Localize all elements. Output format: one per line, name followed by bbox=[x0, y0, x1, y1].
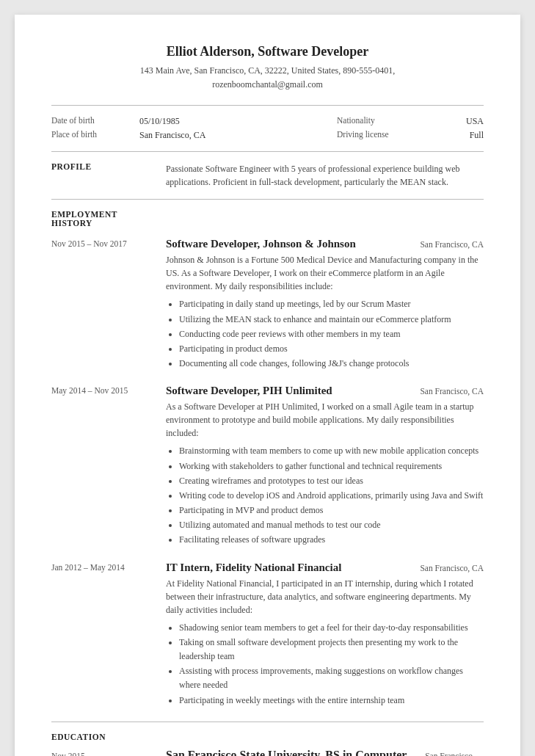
list-item: Taking on small software development pro… bbox=[179, 636, 484, 664]
job-3-bullets: Shadowing senior team members to get a f… bbox=[166, 621, 484, 708]
list-item: Participating in daily stand up meetings… bbox=[179, 297, 484, 311]
job-1-title: Software Developer, Johnson & Johnson bbox=[166, 238, 356, 250]
nationality-label: Nationality bbox=[337, 116, 425, 127]
resume-header: Elliot Alderson, Software Developer 143 … bbox=[51, 44, 484, 92]
job-2-title: Software Developer, PIH Unlimited bbox=[166, 385, 332, 397]
list-item: Brainstorming with team members to come … bbox=[179, 444, 484, 458]
candidate-email: rozenboomchantal@gmail.com bbox=[51, 78, 484, 92]
list-item: Participating in MVP and product demos bbox=[179, 504, 484, 517]
job-1-header: Software Developer, Johnson & Johnson Sa… bbox=[166, 238, 484, 250]
job-2-bullets: Brainstorming with team members to come … bbox=[166, 444, 484, 547]
license-label: Driving license bbox=[337, 130, 425, 141]
pob-label: Place of birth bbox=[51, 130, 139, 141]
candidate-address: 143 Main Ave, San Francisco, CA, 32222, … bbox=[51, 64, 484, 78]
list-item: Documenting all code changes, following … bbox=[179, 357, 484, 371]
job-3-location: San Francisco, CA bbox=[420, 564, 484, 573]
job-2-right: Software Developer, PIH Unlimited San Fr… bbox=[166, 385, 484, 548]
list-item: Utilizing the MEAN stack to enhance and … bbox=[179, 313, 484, 327]
info-divider bbox=[51, 151, 484, 152]
job-3-dates: Jan 2012 – May 2014 bbox=[51, 561, 154, 708]
candidate-name: Elliot Alderson, Software Developer bbox=[51, 44, 484, 59]
list-item: Facilitating releases of software upgrad… bbox=[179, 533, 484, 547]
job-2-header: Software Developer, PIH Unlimited San Fr… bbox=[166, 385, 484, 397]
edu-1-title: San Francisco State University, BS in Co… bbox=[166, 749, 425, 756]
list-item: Participating in product demos bbox=[179, 342, 484, 356]
job-2-desc: As a Software Developer at PIH Unlimited… bbox=[166, 400, 484, 440]
profile-title: PROFILE bbox=[51, 162, 154, 186]
job-1-desc: Johnson & Johnson is a Fortune 500 Medic… bbox=[166, 253, 484, 293]
list-item: Conducting code peer reviews with other … bbox=[179, 327, 484, 341]
job-1-bullets: Participating in daily stand up meetings… bbox=[166, 297, 484, 371]
edu-1-right: San Francisco State University, BS in Co… bbox=[166, 749, 484, 756]
list-item: Participating in weekly meetings with th… bbox=[179, 694, 484, 708]
list-item: Utilizing automated and manual methods t… bbox=[179, 518, 484, 532]
job-3-header: IT Intern, Fidelity National Financial S… bbox=[166, 561, 484, 574]
job-1-location: San Francisco, CA bbox=[420, 240, 484, 249]
list-item: Assisting with process improvements, mak… bbox=[179, 664, 484, 692]
profile-grid: PROFILE Passionate Software Engineer wit… bbox=[51, 162, 484, 189]
list-item: Shadowing senior team members to get a f… bbox=[179, 621, 484, 635]
job-2-dates: May 2014 – Nov 2015 bbox=[51, 385, 154, 548]
edu-1-dates: Nov 2015 bbox=[51, 749, 154, 756]
pob-value: San Francisco, CA bbox=[139, 130, 337, 141]
education-title: EDUCATION bbox=[51, 733, 154, 741]
employment-section: EMPLOYMENT HISTORY Nov 2015 – Nov 2017 S… bbox=[51, 210, 484, 708]
job-entry-3: Jan 2012 – May 2014 IT Intern, Fidelity … bbox=[51, 561, 484, 708]
job-entry-1: Nov 2015 – Nov 2017 Software Developer, … bbox=[51, 238, 484, 371]
nationality-value: USA bbox=[425, 116, 484, 127]
profile-content: Passionate Software Engineer with 5 year… bbox=[166, 162, 484, 189]
dob-label: Date of birth bbox=[51, 116, 139, 127]
profile-section: PROFILE Passionate Software Engineer wit… bbox=[51, 162, 484, 189]
list-item: Working with stakeholders to gather func… bbox=[179, 459, 484, 473]
job-3-title: IT Intern, Fidelity National Financial bbox=[166, 561, 341, 574]
education-entry-1: Nov 2015 San Francisco State University,… bbox=[51, 749, 484, 756]
job-entry-2: May 2014 – Nov 2015 Software Developer, … bbox=[51, 385, 484, 548]
job-1-dates: Nov 2015 – Nov 2017 bbox=[51, 238, 154, 371]
job-1-right: Software Developer, Johnson & Johnson Sa… bbox=[166, 238, 484, 371]
job-2-location: San Francisco, CA bbox=[420, 387, 484, 396]
employment-divider bbox=[51, 722, 484, 722]
edu-1-location: San Francisco, CA bbox=[425, 752, 484, 756]
personal-info-grid: Date of birth 05/10/1985 Nationality USA… bbox=[51, 112, 484, 145]
employment-title: EMPLOYMENT HISTORY bbox=[51, 210, 154, 228]
resume-document: Elliot Alderson, Software Developer 143 … bbox=[15, 15, 520, 756]
header-divider bbox=[51, 105, 484, 106]
dob-value: 05/10/1985 bbox=[139, 116, 337, 127]
education-section: EDUCATION Nov 2015 San Francisco State U… bbox=[51, 733, 484, 756]
list-item: Creating wireframes and prototypes to te… bbox=[179, 474, 484, 488]
profile-divider bbox=[51, 199, 484, 200]
job-3-right: IT Intern, Fidelity National Financial S… bbox=[166, 561, 484, 708]
list-item: Writing code to develop iOS and Android … bbox=[179, 489, 484, 503]
job-3-desc: At Fidelity National Financial, I partic… bbox=[166, 577, 484, 617]
license-value: Full bbox=[425, 130, 484, 141]
